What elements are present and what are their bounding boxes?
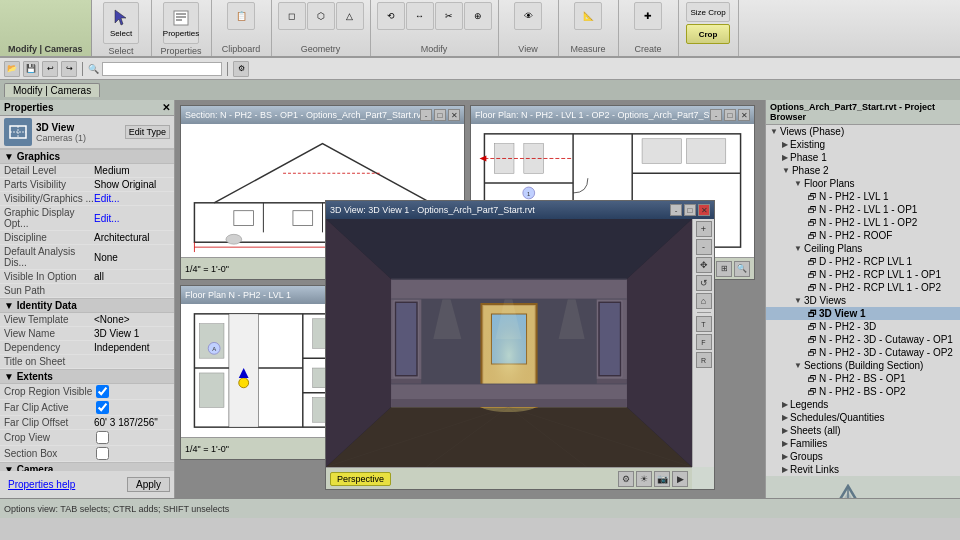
clipboard-icon[interactable]: 📋 [227, 2, 255, 30]
tree-item-icon: ▼ [794, 244, 802, 253]
fp-top-icon-1[interactable]: ⊞ [716, 261, 732, 277]
tree-item[interactable]: ▼ Ceiling Plans [766, 242, 960, 255]
nav-zoom-out[interactable]: - [696, 239, 712, 255]
nav-orbit[interactable]: ↺ [696, 275, 712, 291]
tree-item[interactable]: 🗗 N - PH2 - RCP LVL 1 - OP1 [766, 268, 960, 281]
tree-item[interactable]: 🗗 N - PH2 - BS - OP2 [766, 385, 960, 398]
tree-item[interactable]: ▶ Revit Links [766, 463, 960, 476]
properties-help-link[interactable]: Properties help [4, 475, 79, 494]
floor-plan-top-title-bar[interactable]: Floor Plan: N - PH2 - LVL 1 - OP2 - Opti… [471, 106, 754, 124]
section-maximize-btn[interactable]: □ [434, 109, 446, 121]
graphics-section-header[interactable]: ▼ Graphics [0, 149, 174, 164]
tree-item[interactable]: 🗗 N - PH2 - 3D [766, 320, 960, 333]
tree-item-icon: ▶ [782, 413, 788, 422]
modify-icon-1[interactable]: ⟲ [377, 2, 405, 30]
view-icon[interactable]: 👁 [514, 2, 542, 30]
properties-button[interactable]: Properties [163, 2, 199, 44]
extents-section-header[interactable]: ▼ Extents [0, 369, 174, 384]
tree-item[interactable]: 🗗 N - PH2 - 3D - Cutaway - OP2 [766, 346, 960, 359]
clipboard-label: Clipboard [222, 44, 261, 54]
crop-view-checkbox[interactable] [96, 431, 109, 444]
tree-item[interactable]: 🗗 N - PH2 - RCP LVL 1 - OP2 [766, 281, 960, 294]
tree-item[interactable]: ▼ Phase 2 [766, 164, 960, 177]
nav-top[interactable]: T [696, 316, 712, 332]
tree-item[interactable]: ▶ Groups [766, 450, 960, 463]
fp-top-minimize-btn[interactable]: - [710, 109, 722, 121]
tree-item[interactable]: 🗗 N - PH2 - ROOF [766, 229, 960, 242]
tree-item[interactable]: 🗗 D - PH2 - RCP LVL 1 [766, 255, 960, 268]
3d-close-btn[interactable]: ✕ [698, 204, 710, 216]
qa-redo-icon[interactable]: ↪ [61, 61, 77, 77]
geom-icon-2[interactable]: ⬡ [307, 2, 335, 30]
qa-save-icon[interactable]: 💾 [23, 61, 39, 77]
tree-item[interactable]: ▼ 3D Views [766, 294, 960, 307]
status-text: Options view: TAB selects; CTRL adds; SH… [4, 504, 229, 514]
3d-minimize-btn[interactable]: - [670, 204, 682, 216]
svg-rect-31 [642, 139, 681, 164]
tree-item[interactable]: ▼ Sections (Building Section) [766, 359, 960, 372]
create-icon[interactable]: ✚ [634, 2, 662, 30]
fp-top-icon-2[interactable]: 🔍 [734, 261, 750, 277]
section-minimize-btn[interactable]: - [420, 109, 432, 121]
tree-item[interactable]: ▶ Sheets (all) [766, 424, 960, 437]
nav-front[interactable]: F [696, 334, 712, 350]
prop-graphic-display: Graphic Display Opt... Edit... [0, 206, 174, 231]
crop-region-checkbox[interactable] [96, 385, 109, 398]
camera-section-header[interactable]: ▼ Camera [0, 462, 174, 471]
tree-item[interactable]: ▶ Legends [766, 398, 960, 411]
search-box[interactable] [102, 62, 222, 76]
3d-view-icon-sun[interactable]: ☀ [636, 471, 652, 487]
tree-item[interactable]: ▶ Existing [766, 138, 960, 151]
tree-item[interactable]: ▶ Phase 1 [766, 151, 960, 164]
measure-icon[interactable]: 📐 [574, 2, 602, 30]
modify-icon-4[interactable]: ⊕ [464, 2, 492, 30]
geom-icon-3[interactable]: △ [336, 2, 364, 30]
nav-pan[interactable]: ✥ [696, 257, 712, 273]
tree-item[interactable]: 🗗 N - PH2 - LVL 1 - OP2 [766, 216, 960, 229]
modify-icon-3[interactable]: ✂ [435, 2, 463, 30]
view-icon: 🗗 [808, 309, 817, 319]
geom-icon-1[interactable]: ◻ [278, 2, 306, 30]
3d-view-icon-render[interactable]: ▶ [672, 471, 688, 487]
tree-item[interactable]: 🗗 N - PH2 - 3D - Cutaway - OP1 [766, 333, 960, 346]
tree-item[interactable]: 🗗 N - PH2 - LVL 1 [766, 190, 960, 203]
edit-type-button[interactable]: Edit Type [125, 125, 170, 139]
fp-top-close-btn[interactable]: ✕ [738, 109, 750, 121]
qa-undo-icon[interactable]: ↩ [42, 61, 58, 77]
section-view-title-bar[interactable]: Section: N - PH2 - BS - OP1 - Options_Ar… [181, 106, 464, 124]
identity-data-section-header[interactable]: ▼ Identity Data [0, 298, 174, 313]
size-crop-button[interactable]: Size Crop [686, 2, 730, 22]
modify-cameras-tab[interactable]: Modify | Cameras [4, 83, 100, 97]
ribbon-tab-modify-cameras[interactable]: Modify | Cameras [0, 0, 92, 56]
modify-icon-2[interactable]: ↔ [406, 2, 434, 30]
qa-open-icon[interactable]: 📂 [4, 61, 20, 77]
view-type-label: 3D View [36, 122, 121, 133]
tree-item[interactable]: ▶ Families [766, 437, 960, 450]
section-close-btn[interactable]: ✕ [448, 109, 460, 121]
view-icon: 🗗 [808, 192, 817, 202]
tree-item[interactable]: 🗗 N - PH2 - BS - OP1 [766, 372, 960, 385]
tree-item[interactable]: 🗗 N - PH2 - LVL 1 - OP1 [766, 203, 960, 216]
section-box-checkbox[interactable] [96, 447, 109, 460]
apply-button[interactable]: Apply [127, 477, 170, 492]
crop-button[interactable]: Crop [686, 24, 730, 44]
far-clip-checkbox[interactable] [96, 401, 109, 414]
3d-maximize-btn[interactable]: □ [684, 204, 696, 216]
3d-view-title-bar[interactable]: 3D View: 3D View 1 - Options_Arch_Part7_… [326, 201, 714, 219]
svg-rect-86 [391, 399, 627, 407]
nav-right[interactable]: R [696, 352, 712, 368]
tree-item[interactable]: ▶ Schedules/Quantities [766, 411, 960, 424]
svg-rect-72 [600, 303, 620, 375]
nav-house[interactable]: ⌂ [696, 293, 712, 309]
tree-item[interactable]: ▼ Floor Plans [766, 177, 960, 190]
3d-view-icon-camera[interactable]: 📷 [654, 471, 670, 487]
qa-settings-icon[interactable]: ⚙ [233, 61, 249, 77]
nav-zoom-in[interactable]: + [696, 221, 712, 237]
prop-detail-level: Detail Level Medium [0, 164, 174, 178]
fp-top-maximize-btn[interactable]: □ [724, 109, 736, 121]
tree-item[interactable]: 🗗 3D View 1 [766, 307, 960, 320]
select-button[interactable]: Select [103, 2, 139, 44]
3d-view-icon-settings[interactable]: ⚙ [618, 471, 634, 487]
perspective-button[interactable]: Perspective [330, 472, 391, 486]
tree-item[interactable]: ▼ Views (Phase) [766, 125, 960, 138]
